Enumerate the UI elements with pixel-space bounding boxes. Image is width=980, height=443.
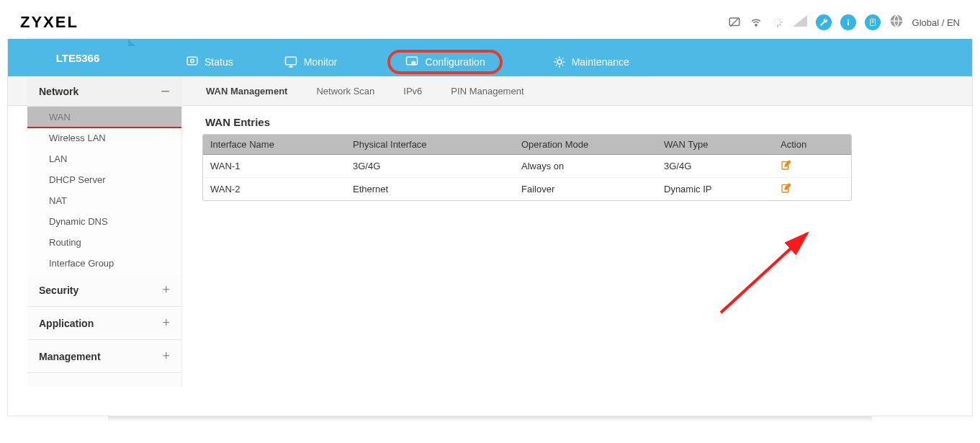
edit-button[interactable]: [781, 159, 792, 171]
configuration-icon: [405, 55, 419, 68]
sidebar-section-network-label: Network: [39, 86, 78, 97]
svg-point-25: [413, 63, 415, 64]
cell-type: Dynamic IP: [657, 178, 773, 201]
cell-iface: WAN-1: [203, 155, 346, 178]
sidebar-section-security-label: Security: [39, 285, 78, 296]
th-physical-interface: Physical Interface: [346, 135, 514, 155]
table-row: WAN-2 Ethernet Failover Dynamic IP: [203, 178, 851, 201]
edit-button[interactable]: [781, 182, 792, 194]
cell-phys: 3G/4G: [346, 155, 514, 178]
svg-marker-11: [793, 15, 807, 27]
expand-icon: +: [162, 282, 170, 297]
sidebar-item-dhcp-server[interactable]: DHCP Server: [27, 169, 181, 190]
svg-rect-5: [780, 22, 783, 23]
monitor-icon: [284, 55, 298, 68]
sidebar-item-nat[interactable]: NAT: [27, 190, 181, 211]
svg-rect-3: [777, 17, 778, 20]
expand-icon: +: [162, 349, 170, 364]
sidebar-section-management[interactable]: Management +: [27, 340, 181, 373]
svg-point-2: [755, 24, 756, 26]
sidebar-item-dynamic-dns[interactable]: Dynamic DNS: [27, 211, 181, 232]
svg-rect-18: [187, 57, 197, 65]
note-button[interactable]: [865, 14, 881, 30]
internet-status-icon: [728, 16, 741, 29]
device-tab[interactable]: LTE5366: [27, 39, 128, 76]
tab-monitor[interactable]: Monitor: [284, 55, 338, 68]
subtab-network-scan[interactable]: Network Scan: [316, 86, 374, 97]
sidebar-item-routing[interactable]: Routing: [27, 232, 181, 253]
th-interface-name: Interface Name: [203, 135, 346, 155]
sidebar-item-wireless-lan[interactable]: Wireless LAN: [27, 127, 181, 148]
table-row: WAN-1 3G/4G Always on 3G/4G: [203, 155, 851, 178]
svg-rect-8: [773, 24, 776, 27]
signal-icon: [793, 15, 807, 30]
cell-phys: Ethernet: [346, 178, 514, 201]
subtab-ipv6[interactable]: IPv6: [403, 86, 422, 97]
globe-icon[interactable]: [889, 14, 904, 31]
tab-monitor-label: Monitor: [304, 56, 338, 68]
th-operation-mode: Operation Mode: [514, 135, 657, 155]
tab-maintenance-label: Maintenance: [572, 56, 629, 68]
maintenance-icon: [553, 55, 566, 68]
svg-rect-13: [848, 22, 849, 25]
language-selector[interactable]: Global / EN: [912, 17, 960, 28]
svg-rect-9: [773, 22, 776, 23]
brand-logo: ZYXEL: [20, 13, 78, 32]
wan-entries-table: Interface Name Physical Interface Operat…: [203, 135, 851, 200]
loading-icon: [771, 16, 784, 29]
svg-rect-20: [285, 57, 296, 65]
panel-title: WAN Entries: [205, 116, 955, 128]
svg-rect-4: [778, 19, 781, 22]
wifi-icon: [750, 16, 763, 29]
svg-point-26: [557, 60, 562, 64]
subtab-pin-management[interactable]: PIN Management: [451, 86, 523, 97]
sidebar-item-wan[interactable]: WAN: [27, 107, 181, 127]
svg-point-19: [191, 59, 194, 63]
sidebar-section-application-label: Application: [39, 318, 94, 329]
sidebar-section-network[interactable]: Network −: [27, 77, 181, 107]
tab-status-label: Status: [204, 56, 233, 68]
sidebar-item-interface-group[interactable]: Interface Group: [27, 253, 181, 274]
cell-mode: Always on: [514, 155, 657, 178]
sidebar-item-lan[interactable]: LAN: [27, 148, 181, 169]
th-wan-type: WAN Type: [657, 135, 773, 155]
svg-rect-6: [778, 24, 781, 27]
tab-configuration-label: Configuration: [425, 56, 485, 68]
tab-maintenance[interactable]: Maintenance: [553, 55, 629, 68]
cell-mode: Failover: [514, 178, 657, 201]
svg-rect-10: [773, 19, 776, 22]
subtab-wan-management[interactable]: WAN Management: [206, 86, 287, 97]
status-icon: [186, 55, 199, 68]
tab-configuration[interactable]: Configuration: [387, 50, 502, 74]
cell-iface: WAN-2: [203, 178, 346, 201]
sidebar-section-application[interactable]: Application +: [27, 307, 181, 340]
cell-type: 3G/4G: [657, 155, 773, 178]
sidebar: Network − WAN Wireless LAN LAN DHCP Serv…: [27, 77, 182, 387]
info-button[interactable]: [840, 14, 856, 30]
wrench-button[interactable]: [816, 14, 832, 30]
svg-rect-7: [777, 24, 778, 27]
expand-icon: +: [162, 316, 170, 331]
sidebar-section-security[interactable]: Security +: [27, 274, 181, 307]
collapse-icon: −: [161, 88, 170, 95]
tab-status[interactable]: Status: [186, 55, 233, 68]
sidebar-section-management-label: Management: [39, 351, 101, 362]
th-action: Action: [773, 135, 851, 155]
svg-point-12: [848, 19, 849, 21]
